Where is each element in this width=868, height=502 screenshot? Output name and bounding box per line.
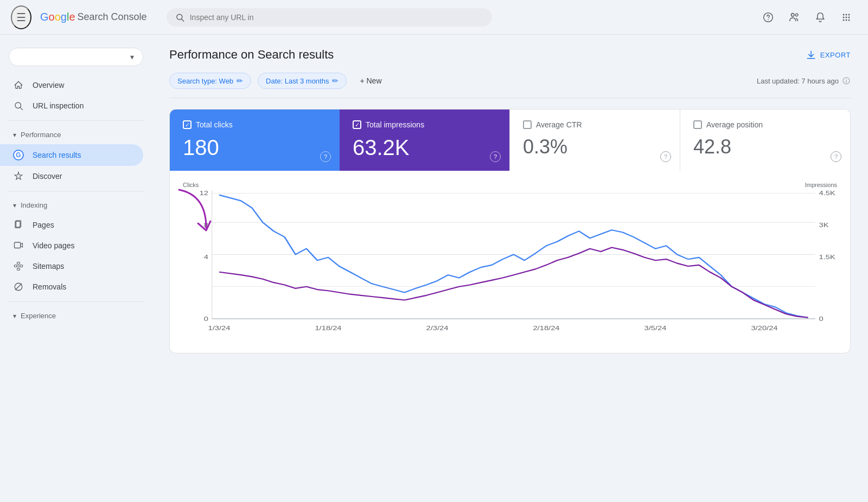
- svg-text:3K: 3K: [819, 221, 829, 228]
- svg-point-11: [848, 16, 850, 18]
- indexing-section-label: Indexing: [21, 201, 47, 209]
- ctr-value: 0.3%: [523, 136, 667, 158]
- svg-text:1/18/24: 1/18/24: [315, 325, 342, 332]
- divider2: [9, 191, 143, 191]
- ctr-checkbox[interactable]: [523, 120, 532, 129]
- export-button[interactable]: EXPORT: [806, 50, 851, 60]
- menu-button[interactable]: ☰: [11, 5, 31, 29]
- impressions-help[interactable]: ?: [490, 151, 501, 162]
- people-icon: [788, 11, 800, 23]
- svg-point-9: [843, 16, 845, 18]
- apps-icon: [841, 12, 852, 23]
- metric-total-clicks[interactable]: Total clicks 180 ?: [170, 110, 340, 171]
- video-pages-label: Video pages: [33, 241, 75, 250]
- sidebar-item-video-pages[interactable]: Video pages: [0, 235, 143, 256]
- help-icon: [763, 12, 774, 23]
- svg-line-28: [15, 284, 22, 290]
- download-icon: [806, 50, 816, 60]
- sidebar-item-pages[interactable]: Pages: [0, 215, 143, 235]
- experience-section-header[interactable]: ▾ Experience: [0, 306, 152, 325]
- clicks-line: [219, 195, 808, 318]
- removals-label: Removals: [33, 282, 66, 291]
- grid-button[interactable]: [835, 7, 857, 28]
- sidebar-item-removals[interactable]: Removals: [0, 276, 143, 297]
- removals-icon: [13, 282, 24, 292]
- svg-point-4: [792, 13, 795, 16]
- sidebar-item-search-results[interactable]: G Search results: [0, 144, 143, 166]
- metric-avg-ctr[interactable]: Average CTR 0.3% ?: [509, 110, 680, 171]
- divider3: [9, 301, 143, 302]
- search-icon: [13, 101, 24, 111]
- clicks-help[interactable]: ?: [320, 151, 331, 162]
- position-checkbox[interactable]: [693, 120, 702, 129]
- logo: Google Search Console: [40, 11, 147, 23]
- svg-text:4: 4: [204, 253, 209, 260]
- edit-icon: ✏: [237, 76, 243, 85]
- clicks-checkbox[interactable]: [183, 120, 192, 129]
- clicks-label: Total clicks: [196, 120, 233, 129]
- impressions-checkbox[interactable]: [353, 120, 361, 129]
- date-label: Date: Last 3 months: [266, 77, 329, 85]
- y-left-label: Clicks: [183, 182, 199, 188]
- svg-text:1.5K: 1.5K: [819, 253, 835, 260]
- pages-icon: [13, 220, 24, 230]
- sidebar-item-url-inspection[interactable]: URL inspection: [0, 95, 143, 116]
- export-label: EXPORT: [820, 51, 851, 59]
- svg-point-8: [848, 14, 850, 15]
- experience-section-label: Experience: [21, 312, 56, 320]
- page-title: Performance on Search results: [169, 48, 334, 62]
- overview-label: Overview: [33, 81, 64, 89]
- svg-point-2: [764, 12, 773, 22]
- svg-point-7: [846, 14, 847, 15]
- bell-button[interactable]: [809, 7, 831, 28]
- header-icons: [757, 7, 857, 28]
- bell-icon: [815, 12, 826, 23]
- svg-text:3/5/24: 3/5/24: [644, 325, 667, 332]
- position-help[interactable]: ?: [831, 151, 841, 162]
- svg-text:2/18/24: 2/18/24: [533, 325, 560, 332]
- metric-avg-position[interactable]: Average position 42.8 ?: [680, 110, 850, 171]
- new-button[interactable]: + New: [353, 73, 388, 88]
- sidebar-item-sitemaps[interactable]: Sitemaps: [0, 256, 143, 276]
- chevron-down-icon: ▾: [130, 53, 134, 61]
- svg-point-12: [843, 19, 845, 21]
- svg-line-16: [20, 107, 22, 110]
- impressions-label: Total impressions: [366, 120, 424, 129]
- collapse-icon: ▾: [13, 131, 16, 139]
- svg-point-32: [846, 79, 846, 80]
- people-button[interactable]: [783, 7, 805, 28]
- url-inspection-label: URL inspection: [33, 101, 84, 110]
- url-inspect-input[interactable]: [190, 13, 483, 22]
- performance-section-label: Performance: [21, 131, 61, 139]
- collapse-icon3: ▾: [13, 312, 16, 320]
- indexing-section-header[interactable]: ▾ Indexing: [0, 196, 152, 215]
- ctr-help[interactable]: ?: [660, 151, 671, 162]
- impressions-line: [219, 248, 808, 318]
- metric-label2: Total impressions: [353, 120, 496, 129]
- performance-section-header[interactable]: ▾ Performance: [0, 125, 152, 144]
- site-selector[interactable]: ▾: [9, 48, 143, 66]
- sidebar-item-overview[interactable]: Overview: [0, 75, 143, 95]
- last-updated: Last updated: 7 hours ago: [757, 76, 851, 85]
- metric-total-impressions[interactable]: Total impressions 63.2K ?: [340, 110, 509, 171]
- metric-label4: Average position: [693, 120, 837, 129]
- svg-text:0: 0: [819, 316, 824, 323]
- svg-text:4.5K: 4.5K: [819, 190, 835, 196]
- home-icon: [13, 80, 24, 90]
- svg-rect-22: [17, 268, 20, 271]
- search-bar[interactable]: [167, 8, 492, 27]
- sidebar-item-discover[interactable]: Discover: [0, 166, 143, 186]
- metric-label3: Average CTR: [523, 120, 667, 129]
- search-type-filter[interactable]: Search type: Web ✏: [169, 73, 251, 89]
- chart-axis-labels: Clicks Impressions: [183, 182, 837, 188]
- svg-text:8: 8: [204, 221, 208, 228]
- svg-point-3: [768, 19, 769, 20]
- help-button[interactable]: [757, 7, 779, 28]
- page-title-row: Performance on Search results EXPORT: [169, 48, 851, 62]
- metrics-row: Total clicks 180 ? Total impressions 63.…: [169, 109, 851, 171]
- logo-search-console: Search Console: [78, 11, 147, 23]
- svg-line-1: [181, 19, 183, 21]
- date-filter[interactable]: Date: Last 3 months ✏: [258, 73, 347, 89]
- divider: [9, 120, 143, 121]
- svg-rect-21: [17, 262, 20, 265]
